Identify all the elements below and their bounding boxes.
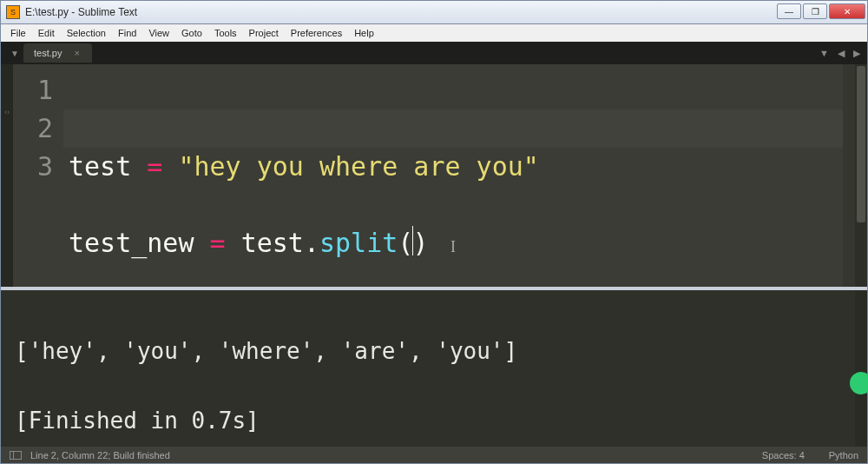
code-token: ) <box>412 228 428 258</box>
editor-wrap: ‹› 1 2 3 test = "hey you where are you" … <box>1 64 867 287</box>
badge-icon <box>850 372 868 394</box>
maximize-button[interactable]: ❐ <box>803 3 827 19</box>
tab-close-icon[interactable]: × <box>74 48 79 58</box>
code-token: test_new <box>69 228 210 258</box>
output-scrollbar[interactable] <box>855 290 867 447</box>
window-title-bar: S E:\test.py - Sublime Text — ❐ ✕ <box>0 0 868 24</box>
output-line: ['hey', 'you', 'where', 'are', 'you'] <box>15 334 852 368</box>
code-token: "hey you where are you" <box>178 151 538 182</box>
tab-nav-left-icon[interactable]: ◀ <box>838 48 845 59</box>
panel-toggle-icon[interactable] <box>10 451 22 460</box>
menu-goto[interactable]: Goto <box>175 26 208 40</box>
menu-project[interactable]: Project <box>243 26 285 40</box>
code-token: . <box>304 228 319 258</box>
code-token: ( <box>398 228 413 258</box>
tab-label: test.py <box>34 48 62 58</box>
code-token: = <box>147 151 162 182</box>
tab-test-py[interactable]: test.py × <box>23 43 92 63</box>
app-icon: S <box>6 5 20 19</box>
tab-nav-right-icon[interactable]: ▶ <box>853 48 860 59</box>
scrollbar-thumb[interactable] <box>857 66 865 222</box>
close-window-button[interactable]: ✕ <box>829 3 865 19</box>
code-token: test <box>69 151 147 182</box>
tab-strip: ▼ test.py × ▼ ◀ ▶ <box>1 42 867 64</box>
build-output-text[interactable]: ['hey', 'you', 'where', 'are', 'you'] [F… <box>1 290 855 447</box>
window-title: E:\test.py - Sublime Text <box>25 6 137 18</box>
editor-scrollbar[interactable] <box>855 64 867 287</box>
code-area[interactable]: test = "hey you where are you" test_new … <box>63 64 843 287</box>
tab-dropdown-icon[interactable]: ▼ <box>6 49 23 58</box>
minimize-button[interactable]: — <box>777 3 801 19</box>
editor: 1 2 3 test = "hey you where are you" tes… <box>13 64 867 287</box>
output-line: [Finished in 0.7s] <box>15 403 852 438</box>
line-number: 1 <box>13 71 53 109</box>
code-token: = <box>210 228 226 258</box>
menu-view[interactable]: View <box>142 26 175 40</box>
line-number: 3 <box>13 148 53 186</box>
code-token: test <box>226 228 304 258</box>
menu-tools[interactable]: Tools <box>208 26 243 40</box>
menu-preferences[interactable]: Preferences <box>285 26 348 40</box>
window-controls: — ❐ ✕ <box>775 3 865 21</box>
code-token <box>162 151 178 182</box>
menu-bar: File Edit Selection Find View Goto Tools… <box>0 24 868 42</box>
tab-dropdown-right-icon[interactable]: ▼ <box>819 48 829 59</box>
minimap[interactable] <box>843 64 855 287</box>
line-number-gutter: 1 2 3 <box>13 64 63 287</box>
menu-help[interactable]: Help <box>348 26 380 40</box>
menu-file[interactable]: File <box>4 26 32 40</box>
fold-indicator-icon[interactable]: ‹› <box>1 64 13 116</box>
line-number: 2 <box>13 109 53 148</box>
build-output-panel: ['hey', 'you', 'where', 'are', 'you'] [F… <box>1 290 867 447</box>
menu-find[interactable]: Find <box>112 26 142 40</box>
side-gutter: ‹› <box>1 64 13 287</box>
menu-selection[interactable]: Selection <box>61 26 112 40</box>
menu-edit[interactable]: Edit <box>32 26 61 40</box>
code-token: split <box>319 228 398 258</box>
